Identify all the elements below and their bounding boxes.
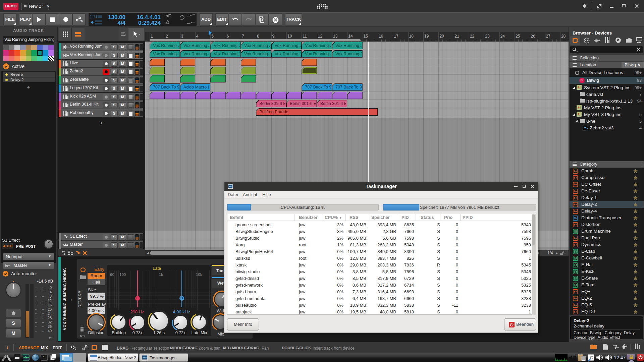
svg-text:w: w — [80, 19, 83, 22]
